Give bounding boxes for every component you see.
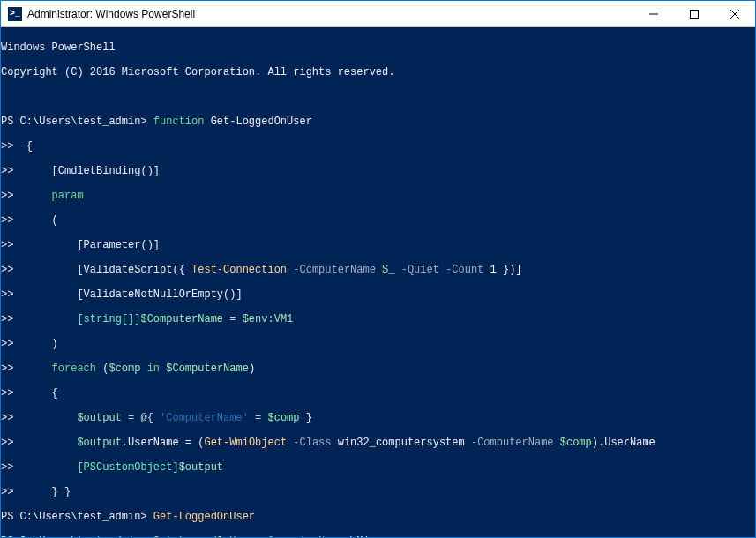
window-title: Administrator: Windows PowerShell xyxy=(27,8,633,20)
validatescript-close: })] xyxy=(497,264,522,276)
continuation: >> xyxy=(1,264,26,276)
close-button[interactable] xyxy=(715,1,755,26)
parameter-attr: [Parameter()] xyxy=(26,239,160,251)
cmdlet-getloggedonuser2: Get-LoggedOnUser xyxy=(153,535,255,537)
keyword-param: param xyxy=(26,190,84,202)
string-computername: 'ComputerName' xyxy=(160,412,249,424)
continuation: >> xyxy=(1,437,26,449)
continuation: >> xyxy=(1,165,26,177)
prompt: PS C:\Users\test_admin> xyxy=(1,511,153,523)
type-stringarray: [string[]] xyxy=(26,313,141,325)
dotuser-open: .UserName = ( xyxy=(122,437,205,449)
var-output2: $output xyxy=(26,437,122,449)
braces-close: } } xyxy=(26,486,71,498)
powershell-window: >_ Administrator: Windows PowerShell Win… xyxy=(0,0,756,538)
foreach-brace-open: { xyxy=(26,387,58,400)
continuation: >> xyxy=(1,239,26,251)
cmdlet-getloggedonuser1: Get-LoggedOnUser xyxy=(153,511,255,523)
literal-one: 1 xyxy=(490,264,497,276)
foreach-close: ) xyxy=(249,362,255,375)
keyword-function: function xyxy=(153,116,205,128)
var-computername: $ComputerName xyxy=(140,313,223,325)
window-controls xyxy=(633,1,755,26)
var-computername2: $ComputerName xyxy=(166,362,249,375)
minimize-icon xyxy=(649,10,658,19)
paren-close: ) xyxy=(26,338,58,350)
keyword-foreach: foreach xyxy=(26,362,96,375)
continuation: >> xyxy=(1,362,26,375)
var-comp3: $comp xyxy=(560,437,592,449)
continuation: >> xyxy=(1,313,26,325)
minimize-button[interactable] xyxy=(633,1,674,26)
param-computername2: -ComputerName xyxy=(465,437,560,449)
var-envvm1: $env:VM1 xyxy=(243,313,294,325)
param-class: -Class xyxy=(287,437,338,449)
copyright-line: Copyright (C) 2016 Microsoft Corporation… xyxy=(1,66,394,78)
continuation: >> xyxy=(1,461,26,474)
param-computername3: -ComputerName xyxy=(255,535,350,537)
op-hashopen: = @{ xyxy=(122,412,160,424)
close-icon xyxy=(730,10,739,19)
hashclose: } xyxy=(300,412,312,424)
var-comp: $comp xyxy=(109,362,140,375)
powershell-icon: >_ xyxy=(8,7,22,21)
maximize-icon xyxy=(690,10,699,19)
var-output: $output xyxy=(26,412,122,424)
titlebar[interactable]: >_ Administrator: Windows PowerShell xyxy=(1,1,755,27)
continuation: >> xyxy=(1,486,26,498)
var-underscore: $_ xyxy=(382,264,394,276)
param-quiet: -Quiet xyxy=(395,264,439,276)
continuation: >> xyxy=(1,288,26,301)
classname: win32_computersystem xyxy=(338,437,465,449)
op-equals2: = xyxy=(249,412,268,424)
validatenotnull: [ValidateNotNullOrEmpty()] xyxy=(26,288,243,301)
maximize-button[interactable] xyxy=(674,1,715,26)
continuation: >> xyxy=(1,387,26,400)
continuation: >> xyxy=(1,412,26,424)
paren-open: ( xyxy=(26,214,58,227)
tail-username: ).UserName xyxy=(592,437,655,449)
continuation: >> xyxy=(1,190,26,202)
arg-vm1: VM1 xyxy=(350,535,370,537)
function-name: Get-LoggedOnUser xyxy=(204,116,311,128)
continuation: >> xyxy=(1,140,26,153)
op-equals: = xyxy=(223,313,243,325)
prompt: PS C:\Users\test_admin> xyxy=(1,535,153,537)
cmdlet-testconnection: Test-Connection xyxy=(191,264,287,276)
prompt: PS C:\Users\test_admin> xyxy=(1,116,153,128)
header-line: Windows PowerShell xyxy=(1,41,116,54)
type-pscustomobject: [PSCustomObject] xyxy=(26,461,179,474)
continuation: >> xyxy=(1,338,26,350)
var-comp2: $comp xyxy=(268,412,300,424)
var-output3: $output xyxy=(179,461,223,474)
param-computername: -ComputerName xyxy=(287,264,382,276)
validatescript-open: [ValidateScript({ xyxy=(26,264,191,276)
brace-open: { xyxy=(26,140,33,153)
cmdletbinding-attr: [CmdletBinding()] xyxy=(26,165,160,177)
terminal-output[interactable]: Windows PowerShell Copyright (C) 2016 Mi… xyxy=(1,27,755,537)
param-count: -Count xyxy=(439,264,490,276)
svg-rect-1 xyxy=(691,10,699,18)
foreach-open: ( xyxy=(96,362,109,375)
keyword-in: in xyxy=(140,362,166,375)
cmdlet-getwmiobject: Get-WmiObject xyxy=(204,437,287,449)
continuation: >> xyxy=(1,214,26,227)
